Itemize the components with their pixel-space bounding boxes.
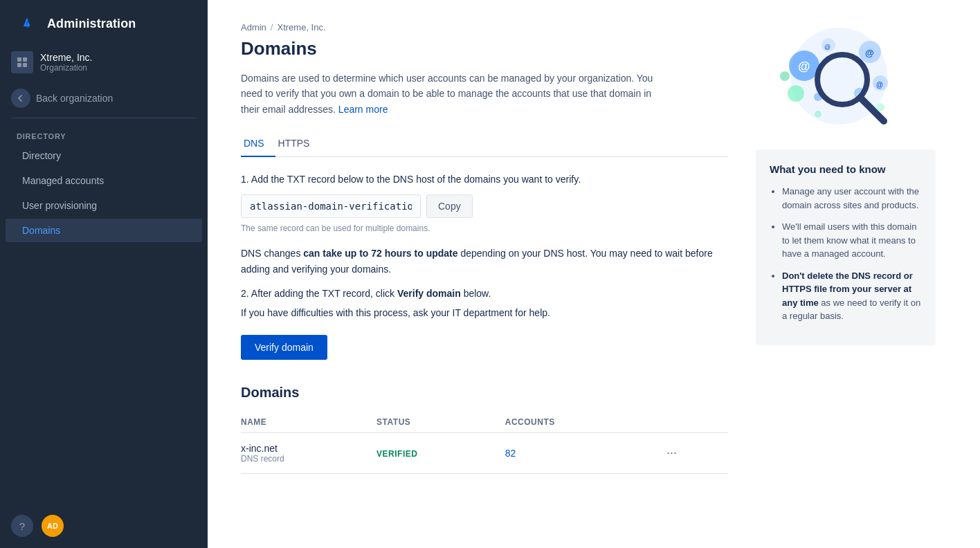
- dns-warning: DNS changes can take up to 72 hours to u…: [241, 246, 728, 277]
- back-icon: [11, 89, 30, 108]
- sidebar-item-user-provisioning[interactable]: User provisioning: [6, 194, 202, 217]
- tab-https[interactable]: HTTPS: [275, 131, 321, 157]
- txt-record-row: Copy: [241, 194, 728, 218]
- svg-rect-2: [17, 63, 21, 67]
- copy-button[interactable]: Copy: [426, 194, 473, 218]
- domains-table: Name Status Accounts x-inc.net DNS recor…: [241, 412, 728, 474]
- sidebar-item-directory[interactable]: Directory: [6, 144, 202, 167]
- domain-accounts-cell: 82: [505, 432, 661, 473]
- status-badge: VERIFIED: [376, 449, 417, 459]
- more-actions-button[interactable]: ···: [661, 446, 682, 459]
- col-name: Name: [241, 412, 376, 433]
- sidebar-item-domains[interactable]: Domains: [6, 219, 202, 242]
- col-accounts: Accounts: [505, 412, 661, 433]
- org-name: Xtreme, Inc.: [40, 52, 92, 63]
- org-type: Organization: [40, 63, 92, 73]
- page-title: Domains: [241, 38, 728, 60]
- breadcrumb: Admin / Xtreme, Inc.: [241, 22, 728, 33]
- table-row: x-inc.net DNS record VERIFIED 82 ···: [241, 432, 728, 473]
- info-box-list: Manage any user account with the domain …: [770, 185, 922, 323]
- page-description: Domains are used to determine which user…: [241, 71, 656, 117]
- right-panel: @ @ @ @ @: [756, 22, 936, 474]
- breadcrumb-separator: /: [271, 22, 273, 33]
- info-box-title: What you need to know: [770, 163, 922, 175]
- sidebar-item-managed-accounts[interactable]: Managed accounts: [6, 169, 202, 192]
- nav-section-label: Directory: [0, 127, 208, 143]
- sidebar-bottom: ? AD: [0, 504, 208, 548]
- svg-point-21: [876, 103, 884, 111]
- svg-point-20: [815, 111, 822, 118]
- info-box-item-3: Don't delete the DNS record or HTTPS fil…: [782, 269, 922, 323]
- dns-tabs: DNS HTTPS: [241, 131, 728, 157]
- sidebar-header: Administration: [0, 0, 208, 44]
- back-organization-btn[interactable]: Back organization: [0, 83, 208, 118]
- info-box-item-2: We'll email users with this domain to le…: [782, 220, 922, 261]
- back-label: Back organization: [36, 93, 113, 104]
- sidebar-divider: [11, 118, 197, 118]
- info-box: What you need to know Manage any user ac…: [756, 149, 936, 345]
- breadcrumb-org[interactable]: Xtreme, Inc.: [277, 22, 325, 33]
- org-section[interactable]: Xtreme, Inc. Organization: [0, 44, 208, 83]
- domain-status-cell: VERIFIED: [376, 432, 505, 473]
- svg-rect-1: [23, 57, 27, 62]
- avatar[interactable]: AD: [42, 515, 64, 537]
- step3-text: If you have difficulties with this proce…: [241, 307, 728, 318]
- svg-rect-0: [17, 57, 21, 62]
- org-info: Xtreme, Inc. Organization: [40, 52, 92, 73]
- svg-text:@: @: [798, 60, 810, 73]
- txt-record-input[interactable]: [241, 194, 421, 218]
- main-content: Admin / Xtreme, Inc. Domains Domains are…: [208, 0, 980, 548]
- illustration: @ @ @ @ @: [756, 22, 922, 133]
- content-area: Admin / Xtreme, Inc. Domains Domains are…: [241, 22, 728, 474]
- domain-name: x-inc.net: [241, 443, 376, 454]
- svg-rect-3: [23, 63, 27, 67]
- svg-point-19: [780, 71, 790, 81]
- step1-text: 1. Add the TXT record below to the DNS h…: [241, 174, 728, 185]
- domain-type: DNS record: [241, 454, 376, 464]
- org-icon: [11, 51, 33, 73]
- step2-text: 2. After adding the TXT record, click Ve…: [241, 288, 728, 299]
- domain-actions-cell: ···: [661, 432, 728, 473]
- tab-dns[interactable]: DNS: [241, 131, 275, 157]
- svg-text:@: @: [865, 48, 874, 58]
- col-actions: [661, 412, 728, 433]
- atlassian-logo-icon: [17, 12, 39, 35]
- help-button[interactable]: ?: [11, 515, 33, 537]
- breadcrumb-admin[interactable]: Admin: [241, 22, 266, 33]
- col-status: Status: [376, 412, 505, 433]
- svg-text:@: @: [876, 81, 883, 89]
- domain-name-cell: x-inc.net DNS record: [241, 432, 376, 473]
- accounts-link[interactable]: 82: [505, 448, 516, 459]
- svg-point-18: [788, 85, 804, 102]
- sidebar-title: Administration: [47, 17, 136, 31]
- learn-more-link[interactable]: Learn more: [338, 104, 388, 115]
- sidebar: Administration Xtreme, Inc. Organization…: [0, 0, 208, 548]
- verify-domain-button[interactable]: Verify domain: [241, 335, 327, 360]
- info-box-item-1: Manage any user account with the domain …: [782, 185, 922, 212]
- domains-section-title: Domains: [241, 385, 728, 401]
- hint-text: The same record can be used for multiple…: [241, 223, 728, 233]
- svg-text:@: @: [824, 44, 831, 51]
